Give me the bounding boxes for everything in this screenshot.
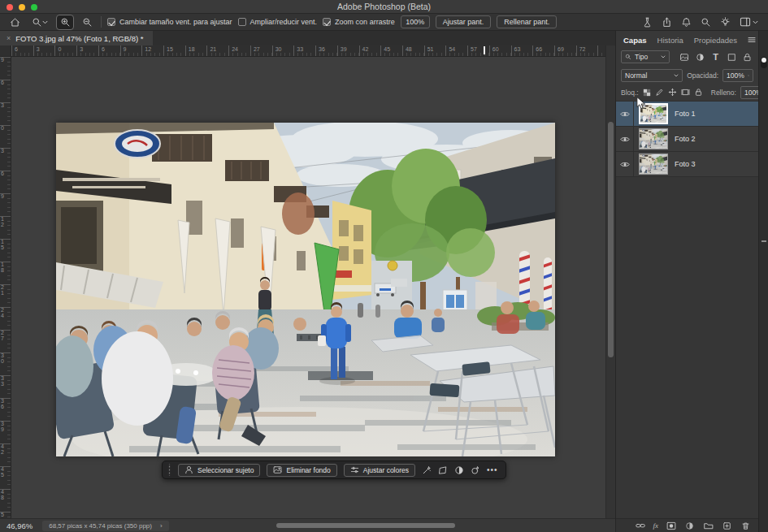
layers-list: Foto 1 Foto 2 Foto 3 [616, 101, 758, 177]
ruler-number: 6 [102, 46, 105, 52]
layer-name[interactable]: Foto 3 [675, 160, 696, 168]
notifications-bell-icon[interactable] [681, 17, 692, 28]
more-options-button[interactable]: ••• [487, 466, 498, 474]
zoom-tool[interactable] [28, 15, 51, 29]
delete-layer-trash-icon[interactable] [740, 520, 752, 532]
discover-bulb-icon[interactable] [720, 17, 731, 28]
transform-button[interactable] [438, 465, 448, 475]
ruler-number: 18 [1, 262, 7, 273]
opacity-label: Opacidad: [687, 71, 718, 80]
adjust-colors-button[interactable]: Ajustar colores [344, 464, 415, 477]
resize-window-checkbox[interactable]: Cambiar tamaño vent. para ajustar [107, 18, 232, 26]
transform-icon [438, 465, 448, 475]
zoom-out-button[interactable] [79, 15, 95, 29]
select-subject-button[interactable]: Seleccionar sujeto [178, 464, 260, 477]
tab-historia[interactable]: Historia [657, 36, 683, 45]
eye-icon [620, 161, 630, 168]
scrubby-zoom-checkbox[interactable]: Zoom con arrastre [323, 18, 395, 26]
layers-panel-empty-area [616, 177, 758, 518]
ruler-number: 3 [37, 46, 40, 52]
remove-background-button[interactable]: Eliminar fondo [267, 464, 336, 477]
ruler-number: 27 [1, 331, 7, 341]
new-group-folder-icon[interactable] [702, 520, 714, 532]
new-layer-icon[interactable] [721, 520, 733, 532]
panel-menu-icon[interactable] [748, 37, 756, 43]
ruler-top: 6303691215182124273033363942454851545760… [11, 45, 605, 57]
chevron-down-icon [661, 55, 666, 58]
add-mask-icon[interactable] [665, 520, 677, 532]
vertical-scrollbar[interactable] [608, 122, 614, 357]
filter-image-icon[interactable] [678, 51, 690, 63]
ruler-number: 6 [15, 46, 18, 52]
canvas-area[interactable]: Seleccionar sujeto Eliminar fondo Ajusta… [11, 57, 605, 518]
close-tab-icon[interactable]: × [7, 34, 11, 42]
ruler-number: 9 [124, 46, 127, 52]
zoom-percent-field[interactable]: 100% [401, 15, 430, 28]
new-adjustment-layer-icon[interactable] [683, 520, 696, 532]
link-layers-icon[interactable] [635, 520, 647, 532]
layer-thumbnail[interactable] [639, 154, 668, 175]
fill-screen-button[interactable]: Rellenar pant. [497, 15, 557, 28]
filter-shape-icon[interactable] [726, 51, 738, 63]
layer-style-fx-icon[interactable]: fx [653, 521, 659, 530]
zoom-all-windows-checkbox[interactable]: Ampliar/reducir vent. [238, 18, 318, 26]
beta-flask-icon[interactable] [642, 17, 653, 28]
share-icon[interactable] [662, 17, 672, 28]
layer-name[interactable]: Foto 1 [675, 110, 696, 118]
layers-panel-footer: fx [616, 518, 758, 532]
ruler-number: 0 [58, 46, 61, 52]
layer-visibility-toggle[interactable] [616, 152, 634, 176]
horizontal-scrollbar[interactable] [276, 523, 455, 528]
layer-visibility-toggle[interactable] [616, 102, 634, 126]
lock-position-move-icon[interactable] [668, 86, 677, 98]
ruler-number: 24 [1, 308, 7, 318]
checkbox-icon [323, 18, 331, 26]
adjustment-button[interactable] [454, 465, 464, 475]
filter-type-text-icon[interactable]: T [709, 51, 722, 63]
chevron-down-icon [42, 20, 48, 24]
canvas-right-gutter [605, 45, 615, 518]
layer-row[interactable]: Foto 3 [616, 152, 758, 177]
eye-icon [620, 136, 630, 143]
workspace-switcher[interactable] [740, 17, 758, 27]
layer-row[interactable]: Foto 2 [616, 127, 758, 152]
layer-name[interactable]: Foto 2 [675, 135, 696, 143]
ruler-number: 3 [1, 103, 7, 109]
document-info-chip[interactable]: 68,57 picas x 45,74 picas (350 ppp) › [42, 521, 168, 531]
document-tab-bar: × FOTO 3.jpg al 47% (Foto 1, RGB/8) * [0, 31, 615, 45]
filter-adjustment-icon[interactable] [694, 51, 706, 63]
ruler-number: 27 [254, 46, 260, 52]
generative-wand-button[interactable] [422, 465, 432, 475]
document-tab[interactable]: × FOTO 3.jpg al 47% (Foto 1, RGB/8) * [0, 31, 153, 45]
layer-thumbnail[interactable] [639, 128, 668, 149]
harmonize-button[interactable] [471, 465, 480, 475]
filter-smart-object-icon[interactable] [741, 51, 753, 63]
options-bar: Cambiar tamaño vent. para ajustar Amplia… [0, 14, 768, 31]
sliders-icon [350, 465, 359, 474]
search-icon[interactable] [701, 17, 711, 28]
person-icon [184, 465, 193, 474]
filter-type-dropdown[interactable]: Tipo [621, 50, 670, 63]
checkbox-icon [107, 18, 115, 26]
fit-screen-button[interactable]: Ajustar pant. [436, 15, 492, 28]
layer-visibility-toggle[interactable] [616, 127, 634, 151]
chevron-down-icon [674, 74, 679, 77]
taskbar-drag-handle[interactable] [167, 464, 171, 476]
status-zoom-level[interactable]: 46,96% [7, 521, 33, 530]
zoom-in-button[interactable] [57, 15, 73, 29]
tab-capas[interactable]: Capas [623, 36, 647, 45]
ruler-number: 36 [1, 399, 7, 409]
lock-all-icon[interactable] [694, 86, 703, 98]
ruler-number: 21 [1, 285, 7, 296]
opacity-field[interactable]: 100% [722, 69, 753, 82]
lock-artboard-icon[interactable] [681, 86, 690, 98]
blend-mode-dropdown[interactable]: Normal [621, 69, 683, 82]
filter-toggle-switch[interactable] [761, 57, 767, 68]
photo-document[interactable] [56, 123, 555, 456]
home-button[interactable] [7, 15, 23, 29]
ruler-number: 21 [210, 46, 216, 52]
tab-propiedades[interactable]: Propiedades [694, 36, 737, 45]
checkbox-icon [238, 18, 246, 26]
ruler-number: 15 [1, 240, 7, 250]
lock-pixels-brush-icon[interactable] [655, 86, 664, 98]
